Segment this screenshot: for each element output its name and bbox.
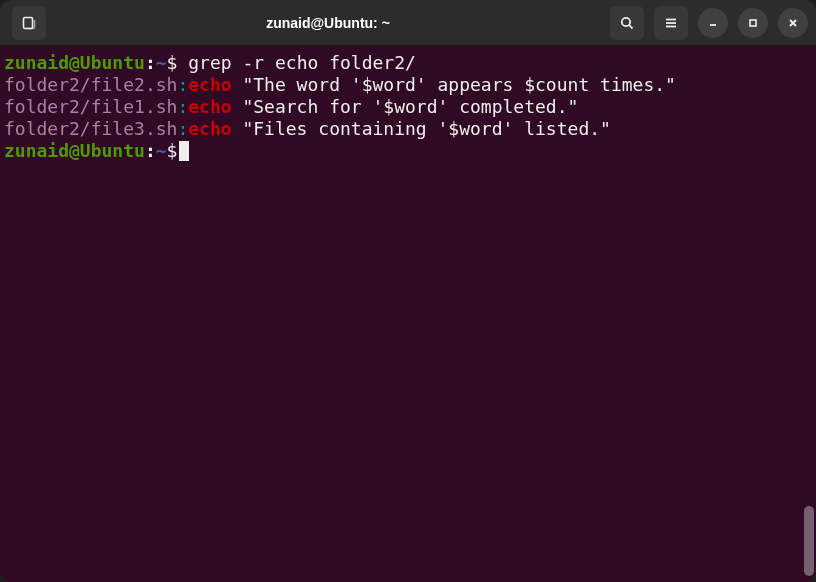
- hamburger-icon: [663, 15, 679, 31]
- search-icon: [619, 15, 635, 31]
- prompt-separator: :: [145, 140, 156, 161]
- svg-point-1: [622, 17, 630, 25]
- grep-file: folder2/file3.sh: [4, 118, 177, 139]
- window-controls: [610, 6, 808, 40]
- search-button[interactable]: [610, 6, 644, 40]
- prompt-symbol: $: [167, 52, 178, 73]
- prompt-user: zunaid@Ubuntu: [4, 52, 145, 73]
- minimize-button[interactable]: [698, 8, 728, 38]
- grep-rest: "Search for '$word' completed.": [232, 96, 579, 117]
- command-text: grep -r echo folder2/: [188, 52, 416, 73]
- svg-line-2: [629, 25, 632, 28]
- grep-sep: :: [177, 74, 188, 95]
- prompt-user: zunaid@Ubuntu: [4, 140, 145, 161]
- new-tab-icon: [21, 15, 37, 31]
- terminal-window: zunaid@Ubuntu: ~: [0, 0, 816, 582]
- svg-rect-7: [750, 20, 756, 26]
- grep-rest: "The word '$word' appears $count times.": [232, 74, 676, 95]
- new-tab-button[interactable]: [12, 6, 46, 40]
- grep-rest: "Files containing '$word' listed.": [232, 118, 611, 139]
- prompt-separator: :: [145, 52, 156, 73]
- grep-sep: :: [177, 96, 188, 117]
- grep-sep: :: [177, 118, 188, 139]
- grep-match: echo: [188, 74, 231, 95]
- svg-rect-0: [24, 17, 33, 28]
- prompt-path: ~: [156, 52, 167, 73]
- minimize-icon: [706, 16, 720, 30]
- titlebar: zunaid@Ubuntu: ~: [0, 0, 816, 46]
- terminal-content[interactable]: zunaid@Ubuntu:~$ grep -r echo folder2/ f…: [0, 46, 816, 582]
- scrollbar-thumb[interactable]: [804, 506, 814, 576]
- window-title: zunaid@Ubuntu: ~: [46, 15, 610, 31]
- grep-file: folder2/file2.sh: [4, 74, 177, 95]
- prompt-symbol: $: [167, 140, 178, 161]
- grep-match: echo: [188, 118, 231, 139]
- maximize-button[interactable]: [738, 8, 768, 38]
- command-text: [177, 52, 188, 73]
- grep-file: folder2/file1.sh: [4, 96, 177, 117]
- prompt-path: ~: [156, 140, 167, 161]
- cursor: [179, 141, 189, 161]
- grep-match: echo: [188, 96, 231, 117]
- maximize-icon: [746, 16, 760, 30]
- close-icon: [786, 16, 800, 30]
- close-button[interactable]: [778, 8, 808, 38]
- menu-button[interactable]: [654, 6, 688, 40]
